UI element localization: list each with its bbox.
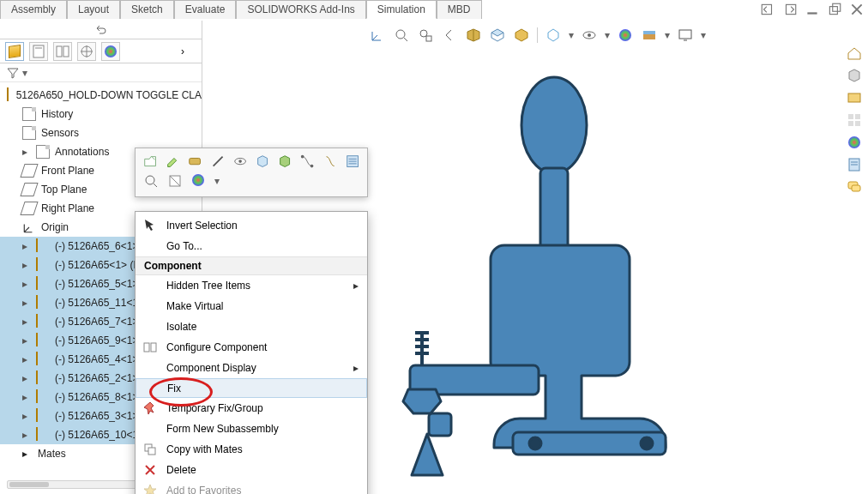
zoom-fit-icon[interactable] xyxy=(393,27,410,44)
history-rollback-arrow[interactable] xyxy=(0,21,202,39)
appearance-icon[interactable] xyxy=(617,27,634,44)
svg-rect-58 xyxy=(148,448,155,455)
close-icon[interactable] xyxy=(849,3,865,16)
menu-configure-component[interactable]: Configure Component xyxy=(136,337,367,358)
tree-sensors[interactable]: Sensors xyxy=(0,124,202,142)
view-palette-icon[interactable] xyxy=(846,111,863,129)
tab-mbd[interactable]: MBD xyxy=(437,0,482,19)
tree-annotations-label: Annotations xyxy=(55,146,109,158)
expand-caret-icon[interactable]: ▸ xyxy=(22,410,31,422)
svg-point-47 xyxy=(310,165,314,168)
expand-caret-icon[interactable]: ▸ xyxy=(22,429,31,441)
display-style-icon[interactable] xyxy=(513,27,530,44)
appearance-dropdown-icon[interactable] xyxy=(190,172,208,190)
eye-icon[interactable] xyxy=(581,27,598,44)
tree-history[interactable]: History xyxy=(0,105,202,124)
expand-caret-icon[interactable]: ▸ xyxy=(22,297,31,309)
svg-rect-15 xyxy=(848,114,853,119)
zoom-area-icon[interactable] xyxy=(417,27,434,44)
tree-root[interactable]: 5126A650_HOLD-DOWN TOGGLE CLA xyxy=(0,86,202,105)
forum-icon[interactable] xyxy=(846,178,863,196)
flex-icon[interactable] xyxy=(187,154,202,171)
next-window-icon[interactable] xyxy=(782,3,798,16)
tree-filter-row[interactable]: ▾ xyxy=(0,63,202,82)
expand-caret-icon[interactable]: ▸ xyxy=(22,448,27,460)
svg-rect-16 xyxy=(855,114,860,119)
scrollbar-thumb[interactable] xyxy=(9,482,49,487)
normal-to-icon[interactable] xyxy=(166,172,184,190)
edit-part-icon[interactable] xyxy=(165,154,180,171)
plane-icon xyxy=(20,202,38,215)
svg-point-54 xyxy=(192,174,204,186)
svg-rect-43 xyxy=(190,158,201,164)
section-view-icon[interactable] xyxy=(465,27,482,44)
menu-go-to[interactable]: Go To... xyxy=(136,236,367,256)
menu-copy-with-mates[interactable]: Copy with Mates xyxy=(136,439,367,460)
appearances-icon[interactable] xyxy=(846,134,863,151)
tab-assembly[interactable]: Assembly xyxy=(0,0,67,19)
chevron-down-icon[interactable]: ▾ xyxy=(569,29,574,41)
screen-icon[interactable] xyxy=(677,27,694,44)
expand-caret-icon[interactable]: ▸ xyxy=(22,259,31,271)
expand-caret-icon[interactable]: ▸ xyxy=(22,316,31,328)
mate-icon[interactable] xyxy=(299,154,315,171)
copy-mates-icon xyxy=(142,442,158,457)
property-manager-tab-icon[interactable] xyxy=(29,42,48,61)
eye-icon[interactable] xyxy=(232,154,248,171)
expand-caret-icon[interactable]: ▸ xyxy=(22,278,31,290)
restore-icon[interactable] xyxy=(827,3,842,16)
context-toolbar: ▾ xyxy=(135,148,368,197)
open-part-icon[interactable] xyxy=(142,154,158,171)
menu-isolate[interactable]: Isolate xyxy=(136,316,367,337)
chevron-down-icon[interactable]: ▾ xyxy=(665,29,670,41)
prev-view-icon[interactable] xyxy=(441,27,458,44)
svg-point-46 xyxy=(301,155,304,159)
triad-icon[interactable] xyxy=(369,27,386,44)
menu-add-favorites[interactable]: Add to Favorites xyxy=(136,480,367,494)
rotate-component-icon[interactable] xyxy=(277,154,292,171)
smart-mates-icon[interactable] xyxy=(322,154,338,171)
config-manager-tab-icon[interactable] xyxy=(53,42,72,61)
tab-sketch[interactable]: Sketch xyxy=(120,0,174,19)
chevron-right-icon[interactable]: › xyxy=(181,45,196,57)
chevron-down-icon[interactable]: ▾ xyxy=(214,175,220,187)
model-silhouette xyxy=(384,65,693,494)
menu-invert-selection[interactable]: Invert Selection xyxy=(136,215,367,236)
file-explorer-icon[interactable] xyxy=(846,89,863,106)
expand-caret-icon[interactable]: ▸ xyxy=(22,334,31,346)
menu-component-display[interactable]: Component Display▸ xyxy=(136,358,367,378)
design-library-icon[interactable] xyxy=(846,67,863,84)
menu-delete[interactable]: Delete xyxy=(136,460,367,480)
pen-icon[interactable] xyxy=(210,154,226,171)
feature-manager-tab-icon[interactable] xyxy=(5,42,24,61)
chevron-down-icon[interactable]: ▾ xyxy=(701,29,706,41)
expand-caret-icon[interactable]: ▸ xyxy=(22,240,31,252)
menu-temporary-fix[interactable]: Temporary Fix/Group xyxy=(136,398,367,419)
expand-caret-icon[interactable]: ▸ xyxy=(22,372,31,384)
tab-evaluate[interactable]: Evaluate xyxy=(174,0,237,19)
prev-window-icon[interactable] xyxy=(760,3,775,16)
menu-form-subassembly[interactable]: Form New Subassembly xyxy=(136,419,367,439)
menu-make-virtual[interactable]: Make Virtual xyxy=(136,296,367,316)
expand-caret-icon[interactable]: ▸ xyxy=(22,391,31,403)
dimxpert-tab-icon[interactable] xyxy=(77,42,96,61)
minimize-icon[interactable] xyxy=(805,3,820,16)
list-icon[interactable] xyxy=(345,154,360,171)
expand-caret-icon[interactable]: ▸ xyxy=(22,146,31,158)
tab-simulation[interactable]: Simulation xyxy=(366,0,437,19)
display-manager-tab-icon[interactable] xyxy=(101,42,120,61)
chevron-down-icon[interactable]: ▾ xyxy=(605,29,610,41)
scene-icon[interactable] xyxy=(641,27,658,44)
move-component-icon[interactable] xyxy=(255,154,270,171)
custom-props-icon[interactable] xyxy=(846,156,863,173)
tab-layout[interactable]: Layout xyxy=(67,0,120,19)
home-icon[interactable] xyxy=(846,45,863,62)
menu-fix[interactable]: Fix xyxy=(136,378,367,398)
expand-caret-icon[interactable]: ▸ xyxy=(22,353,31,365)
view-orientation-icon[interactable] xyxy=(489,27,506,44)
menu-label: Make Virtual xyxy=(166,300,223,312)
menu-hidden-tree-items[interactable]: Hidden Tree Items▸ xyxy=(136,275,367,296)
tab-addins[interactable]: SOLIDWORKS Add-Ins xyxy=(236,0,365,19)
hide-show-icon[interactable] xyxy=(545,27,562,44)
zoom-selection-icon[interactable] xyxy=(142,172,160,190)
